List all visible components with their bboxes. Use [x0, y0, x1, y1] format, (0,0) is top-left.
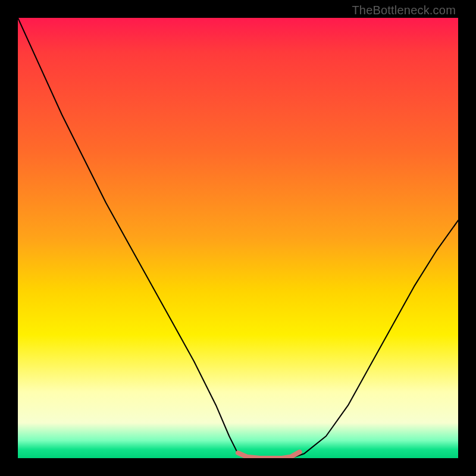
watermark-text: TheBottleneck.com [352, 4, 456, 17]
flat-bottom-highlight-path [238, 452, 300, 458]
chart-plot-area [18, 18, 458, 458]
chart-frame: TheBottleneck.com [0, 0, 476, 476]
chart-svg [18, 18, 458, 458]
bottleneck-curve-path [18, 18, 458, 458]
